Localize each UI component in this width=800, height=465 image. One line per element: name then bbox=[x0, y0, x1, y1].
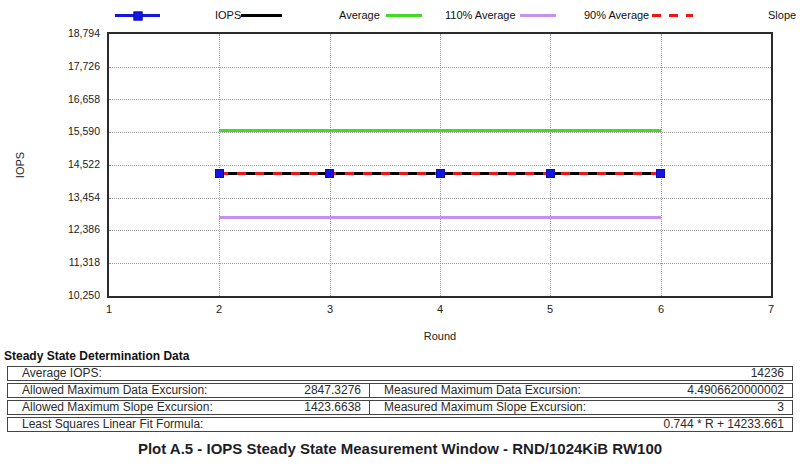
table-cell-measured-slope: Measured Maximum Slope Excursion: 3 bbox=[370, 401, 792, 414]
legend-sample-slope bbox=[652, 14, 693, 17]
v-gridline bbox=[550, 34, 551, 296]
row-label: Measured Maximum Data Excursion: bbox=[370, 384, 687, 397]
y-tick-label: 17,726 bbox=[0, 60, 100, 73]
row-value: 14236 bbox=[751, 367, 792, 380]
row-value: 2847.3276 bbox=[304, 384, 369, 397]
row-label: Average IOPS: bbox=[8, 367, 751, 380]
x-tick-label: 2 bbox=[204, 303, 234, 315]
x-tick-label: 7 bbox=[756, 303, 786, 315]
y-tick-label: 15,590 bbox=[0, 125, 100, 138]
y-tick-label: 16,658 bbox=[0, 93, 100, 106]
legend-sample-90pct-average bbox=[520, 14, 556, 17]
y-tick-label: 10,250 bbox=[0, 289, 100, 302]
plot-caption: Plot A.5 - IOPS Steady State Measurement… bbox=[0, 440, 800, 457]
legend-sample-iops bbox=[115, 14, 160, 17]
x-tick-label: 6 bbox=[646, 303, 676, 315]
row-value: 4.4906620000002 bbox=[687, 384, 792, 397]
x-axis-label: Round bbox=[340, 330, 540, 342]
legend-label-110pct-average: 110% Average bbox=[445, 9, 516, 21]
x-tick-label: 3 bbox=[315, 303, 345, 315]
x-tick-label: 4 bbox=[425, 303, 455, 315]
iops-data-point bbox=[325, 169, 334, 178]
report-page: IOPS Average 110% Average 90% Average Sl… bbox=[0, 0, 800, 465]
legend-label-average: Average bbox=[339, 9, 380, 21]
legend-label-90pct-average: 90% Average bbox=[584, 9, 649, 21]
v-gridline bbox=[440, 34, 441, 296]
iops-data-point bbox=[215, 169, 224, 178]
table-cell-measured-data: Measured Maximum Data Excursion: 4.49066… bbox=[370, 384, 792, 397]
table-cell-allowed-data: Allowed Maximum Data Excursion: 2847.327… bbox=[8, 384, 370, 397]
legend-label-iops: IOPS bbox=[215, 9, 241, 21]
table-row-data-excursion: Allowed Maximum Data Excursion: 2847.327… bbox=[7, 383, 793, 398]
table-title: Steady State Determination Data bbox=[4, 349, 189, 363]
line-110pct-average bbox=[219, 129, 661, 132]
iops-data-point bbox=[546, 169, 555, 178]
y-tick-label: 14,522 bbox=[0, 158, 100, 171]
v-gridline bbox=[661, 34, 662, 296]
x-tick-label: 1 bbox=[94, 303, 124, 315]
legend-sample-110pct-average bbox=[386, 14, 422, 17]
legend-label-slope: Slope bbox=[768, 9, 796, 21]
row-label: Allowed Maximum Data Excursion: bbox=[8, 384, 304, 397]
steady-state-table: Average IOPS: 14236 Allowed Maximum Data… bbox=[7, 366, 793, 434]
y-tick-label: 11,318 bbox=[0, 256, 100, 269]
iops-square-marker-icon bbox=[133, 11, 142, 20]
row-label: Least Squares Linear Fit Formula: bbox=[8, 418, 664, 431]
table-row-average-iops: Average IOPS: 14236 bbox=[7, 366, 793, 381]
v-gridline bbox=[330, 34, 331, 296]
row-value: 3 bbox=[777, 401, 792, 414]
v-gridline bbox=[219, 34, 220, 296]
table-row-fit-formula: Least Squares Linear Fit Formula: 0.744 … bbox=[7, 417, 793, 432]
row-value: 1423.6638 bbox=[304, 401, 369, 414]
row-label: Allowed Maximum Slope Excursion: bbox=[8, 401, 304, 414]
line-90pct-average bbox=[219, 216, 661, 219]
legend-sample-average bbox=[241, 14, 282, 17]
y-tick-label: 18,794 bbox=[0, 27, 100, 40]
y-tick-label: 12,386 bbox=[0, 223, 100, 236]
table-row-slope-excursion: Allowed Maximum Slope Excursion: 1423.66… bbox=[7, 400, 793, 415]
y-tick-label: 13,454 bbox=[0, 191, 100, 204]
plot-area bbox=[107, 32, 773, 298]
row-label: Measured Maximum Slope Excursion: bbox=[370, 401, 777, 414]
table-cell-allowed-slope: Allowed Maximum Slope Excursion: 1423.66… bbox=[8, 401, 370, 414]
iops-data-point bbox=[656, 169, 665, 178]
row-value: 0.744 * R + 14233.661 bbox=[664, 418, 792, 431]
iops-data-point bbox=[436, 169, 445, 178]
x-tick-label: 5 bbox=[535, 303, 565, 315]
